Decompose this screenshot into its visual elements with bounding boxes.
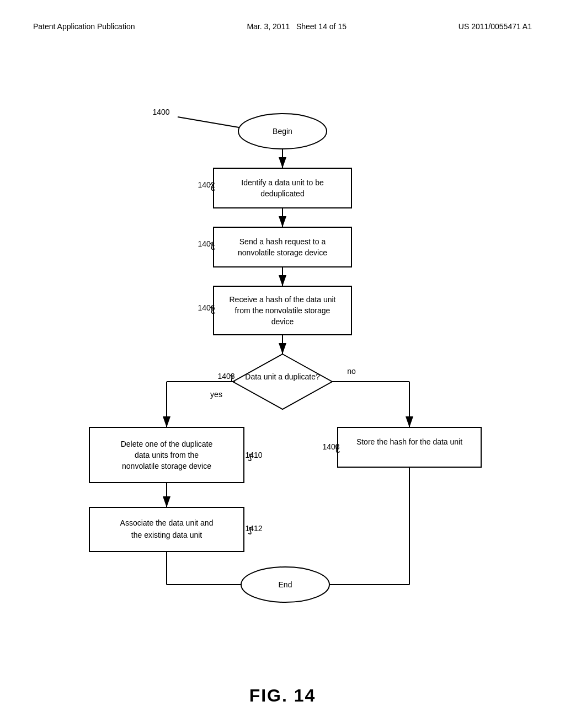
end-label: End [279,580,292,589]
header-middle: Mar. 3, 2011 Sheet 14 of 15 [247,22,347,31]
n1408-diamond [233,354,332,409]
n1412-text-line1: Associate the data unit and [120,518,214,527]
n1408b-box [338,427,481,467]
n1408b-text-line1: Store the hash for the data unit [356,437,462,446]
header-right: US 2011/0055471 A1 [459,22,532,31]
n1404-text-line1: Send a hash request to a [239,237,326,246]
n1404-text-line2: nonvolatile storage device [238,248,327,257]
n1406-text-line3: device [271,317,294,326]
yes-label: yes [210,390,222,399]
n1412-box [89,507,244,552]
flowchart-svg: 1400 Begin Identify a data unit to be de… [45,66,520,645]
n1412-text-line2: the existing data unit [131,531,202,539]
n1406-text-line2: from the nonvolatile storage [235,306,331,315]
n1402-box [214,168,351,208]
fig-label: FIG. 14 [249,686,316,706]
n1410-text-line2: data units from the [135,451,199,459]
n1400-label: 1400 [152,108,169,116]
n1402-text-line1: Identify a data unit to be [241,178,324,187]
n1408-text-line1: Data unit a duplicate? [245,372,320,381]
header-left: Patent Application Publication [33,22,135,31]
n1410-text-line1: Delete one of the duplicate [121,440,213,448]
page-header: Patent Application Publication Mar. 3, 2… [33,22,532,31]
n1412-label: 1412 [245,524,262,533]
begin-label: Begin [273,127,292,136]
n1404-box [214,227,351,267]
n1410-text-line3: nonvolatile storage device [122,462,211,470]
diagram-container: 1400 Begin Identify a data unit to be de… [33,66,532,673]
n1406-text-line1: Receive a hash of the data unit [229,295,335,304]
no-label: no [347,367,356,376]
n1402-text-line2: deduplicated [260,189,304,198]
n1410-label: 1410 [245,451,262,459]
